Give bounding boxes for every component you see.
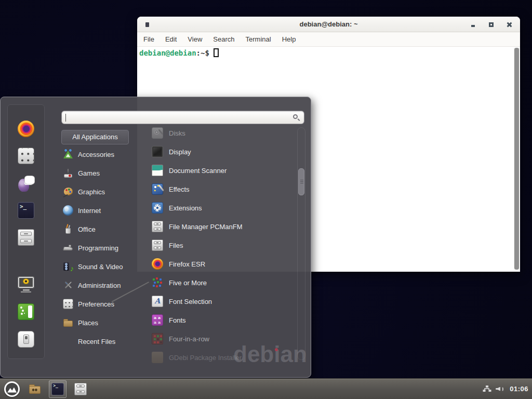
favorite-lock-screen[interactable]: [18, 276, 34, 293]
administration-icon: [63, 280, 73, 290]
category-list: AccessoriesGamesGraphicsInternetOfficePr…: [59, 145, 138, 351]
category-label: Sound & Video: [78, 263, 123, 271]
pidgin-icon: [18, 175, 34, 192]
close-button[interactable]: [507, 22, 512, 28]
category-label: Accessories: [78, 151, 114, 158]
extensions-icon: [152, 202, 163, 214]
text-caret: [65, 114, 66, 122]
terminal-scrollbar[interactable]: [514, 48, 520, 270]
menu-button[interactable]: [3, 380, 21, 398]
category-sound-video[interactable]: Sound & Video: [59, 257, 138, 276]
games-icon: [63, 168, 73, 178]
taskbar: 01:06: [0, 378, 532, 399]
category-preferences[interactable]: Preferences: [59, 295, 138, 313]
favorite-logout[interactable]: [18, 303, 34, 320]
minimize-button[interactable]: [470, 22, 476, 28]
firefox-icon: [18, 121, 34, 137]
file-manager-button[interactable]: [26, 380, 44, 398]
category-recent-files[interactable]: Recent Files: [59, 332, 138, 351]
taskbar-tray: 01:06: [483, 379, 528, 399]
app-file-manager-pcmanfm[interactable]: File Manager PCManFM: [147, 217, 297, 236]
prompt-user-host: debian@debian: [139, 49, 196, 57]
terminal-icon: [51, 383, 64, 395]
app-disks[interactable]: Disks: [147, 124, 297, 142]
minimize-icon: [471, 25, 475, 27]
programming-icon: [63, 243, 73, 253]
gdebi-icon: [152, 352, 163, 363]
terminal-button[interactable]: [49, 380, 66, 398]
menu-scrollbar[interactable]: [297, 127, 305, 360]
prompt-suffix: :~$: [196, 49, 209, 57]
menu-view[interactable]: View: [188, 35, 202, 43]
five-or-more-icon: [152, 277, 163, 288]
category-programming[interactable]: Programming: [59, 238, 138, 257]
menu-help[interactable]: Help: [282, 35, 296, 43]
category-places[interactable]: Places: [59, 313, 138, 332]
app-label: Font Selection: [169, 298, 212, 305]
app-extensions[interactable]: Extensions: [147, 198, 297, 217]
menu-search[interactable]: Search: [213, 35, 234, 43]
file-manager-pcmanfm-icon: [152, 221, 163, 232]
category-administration[interactable]: Administration: [59, 276, 138, 295]
taskbar-clock: 01:06: [510, 385, 528, 393]
category-graphics[interactable]: Graphics: [59, 182, 138, 201]
category-office[interactable]: Office: [59, 220, 138, 238]
category-label: Office: [78, 225, 96, 233]
app-label: GDebi Package Installer: [169, 354, 242, 362]
favorite-input-settings[interactable]: [18, 148, 34, 164]
disks-icon: [152, 127, 163, 139]
favorite-terminal[interactable]: [18, 202, 34, 219]
category-label: Preferences: [78, 300, 114, 308]
places-icon: [63, 317, 73, 328]
category-internet[interactable]: Internet: [59, 201, 138, 220]
file-cabinet-icon: [18, 229, 34, 246]
category-label: Places: [78, 319, 98, 327]
app-font-selection[interactable]: Font Selection: [147, 292, 297, 311]
app-label: Five or More: [169, 279, 207, 287]
sound-video-icon: [63, 261, 73, 272]
menu-terminal[interactable]: Terminal: [246, 35, 271, 43]
menu-file[interactable]: File: [143, 35, 154, 43]
app-files[interactable]: Files: [147, 236, 297, 255]
favorite-file-cabinet[interactable]: [18, 229, 34, 246]
files-icon: [152, 240, 163, 251]
volume-icon[interactable]: [496, 385, 505, 393]
category-accessories[interactable]: Accessories: [59, 145, 138, 164]
terminal-prompt: debian@debian :~$: [139, 48, 219, 57]
network-icon[interactable]: [483, 385, 491, 393]
terminal-title: debian@debian: ~: [137, 17, 520, 32]
app-display[interactable]: Display: [147, 142, 297, 161]
font-selection-icon: [152, 296, 163, 307]
office-icon: [63, 224, 73, 234]
internet-icon: [63, 205, 73, 216]
menu-scrollbar-thumb[interactable]: [298, 168, 304, 195]
menu-search-input[interactable]: [65, 112, 290, 123]
favorite-firefox[interactable]: [18, 121, 34, 137]
app-fonts[interactable]: Fonts: [147, 311, 297, 329]
category-label: Recent Files: [78, 338, 115, 345]
favorite-pidgin[interactable]: [18, 175, 34, 192]
app-label: Extensions: [169, 204, 202, 212]
app-four-in-a-row[interactable]: Four-in-a-row: [147, 329, 297, 348]
graphics-icon: [63, 187, 73, 197]
app-document-scanner[interactable]: Document Scanner: [147, 161, 297, 180]
app-gdebi-package-installer[interactable]: GDebi Package Installer: [147, 348, 297, 367]
app-effects[interactable]: Effects: [147, 180, 297, 198]
app-five-or-more[interactable]: Five or More: [147, 273, 297, 292]
app-label: Effects: [169, 185, 190, 193]
terminal-titlebar[interactable]: debian@debian: ~: [137, 17, 520, 32]
fonts-icon: [152, 314, 163, 326]
terminal-menubar: FileEditViewSearchTerminalHelp: [137, 32, 520, 47]
application-menu: debian All Applications AccessoriesGames…: [0, 97, 311, 378]
category-games[interactable]: Games: [59, 164, 138, 182]
maximize-button[interactable]: [488, 22, 494, 28]
files-button[interactable]: [72, 380, 89, 398]
folder-icon: [29, 383, 41, 395]
favorite-quit[interactable]: [18, 331, 34, 348]
terminal-scrollbar-thumb[interactable]: [514, 48, 519, 270]
app-firefox-esr[interactable]: Firefox ESR: [147, 255, 297, 273]
input-settings-icon: [18, 148, 34, 164]
preferences-icon: [63, 299, 73, 309]
menu-edit[interactable]: Edit: [165, 35, 177, 43]
all-applications-button[interactable]: All Applications: [61, 130, 129, 144]
